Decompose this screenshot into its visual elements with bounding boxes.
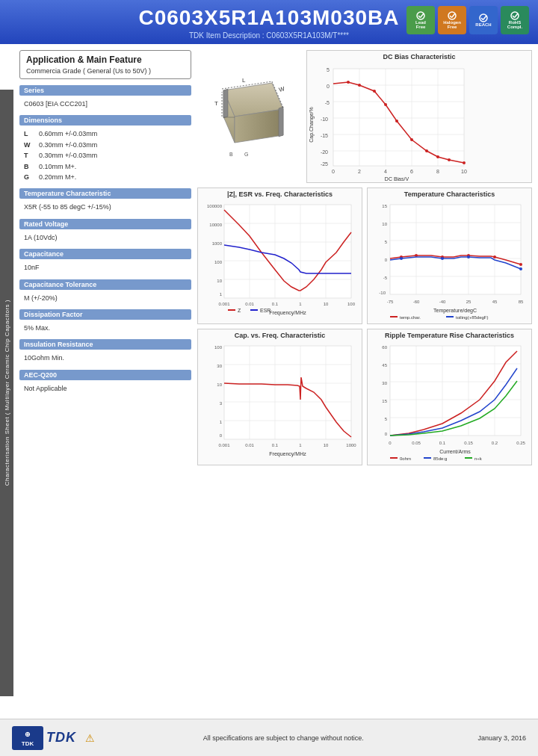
temp-char-header: Temperature Characteristic — [19, 188, 191, 199]
impedance-title: |Z|, ESR vs. Freq. Characteristics — [198, 188, 362, 199]
svg-text:0: 0 — [389, 441, 392, 445]
svg-text:0: 0 — [385, 258, 388, 262]
svg-text:0: 0 — [385, 432, 388, 436]
svg-rect-167 — [390, 457, 398, 459]
svg-text:8: 8 — [436, 169, 439, 174]
svg-rect-87 — [390, 205, 521, 294]
svg-text:10: 10 — [217, 279, 222, 283]
svg-text:T: T — [214, 100, 218, 107]
svg-point-118 — [519, 267, 522, 270]
svg-text:100: 100 — [347, 302, 356, 306]
svg-point-60 — [463, 161, 466, 164]
svg-rect-119 — [390, 316, 398, 317]
dim-W-row: W 0.30mm +/-0.03mm — [24, 140, 187, 150]
svg-text:85: 85 — [519, 300, 524, 304]
svg-text:30: 30 — [217, 364, 222, 368]
dim-T-value: 0.30mm +/-0.03mm — [39, 150, 97, 161]
app-feature-title: Application & Main Feature — [26, 55, 185, 65]
svg-text:0.2: 0.2 — [492, 441, 498, 445]
svg-text:-20: -20 — [321, 149, 328, 155]
svg-text:0.01: 0.01 — [245, 443, 254, 447]
svg-text:10: 10 — [217, 382, 222, 387]
svg-text:Temperature/degC: Temperature/degC — [433, 308, 477, 314]
dissipation-header: Dissipation Factor — [19, 309, 191, 320]
warning-section: ⚠ All specifications are subject to chan… — [85, 732, 469, 744]
svg-text:-25: -25 — [321, 161, 328, 167]
warning-icon: ⚠ — [85, 732, 95, 744]
svg-text:25: 25 — [466, 300, 471, 304]
svg-text:1: 1 — [299, 302, 302, 306]
rated-voltage-value: 1A (10Vdc) — [19, 231, 191, 244]
svg-rect-85 — [250, 309, 258, 311]
dim-L-value: 0.60mm +/-0.03mm — [39, 128, 97, 139]
svg-point-56 — [410, 138, 413, 141]
dim-W-value: 0.30mm +/-0.03mm — [39, 140, 97, 150]
insulation-value: 10Gohm Min. — [19, 351, 191, 365]
aec-section: AEC-Q200 Not Applicable — [19, 370, 191, 395]
svg-point-115 — [400, 257, 403, 260]
svg-text:toiling(+85degF): toiling(+85degF) — [456, 315, 489, 320]
svg-point-113 — [493, 255, 496, 258]
main-content: Application & Main Feature Commercia Gra… — [13, 44, 538, 476]
svg-text:-40: -40 — [439, 300, 446, 304]
tdk-logo: ⊕ TDK TDK — [12, 726, 76, 750]
svg-text:10: 10 — [382, 222, 387, 226]
capacitance-value: 10nF — [19, 261, 191, 274]
svg-rect-171 — [465, 457, 472, 459]
app-feature-content: Commercia Grade ( General (Us to 50V) ) — [26, 67, 185, 75]
svg-text:n+k: n+k — [474, 456, 483, 461]
svg-text:15: 15 — [382, 399, 387, 403]
svg-text:6: 6 — [410, 169, 413, 174]
svg-text:10: 10 — [324, 302, 329, 306]
svg-text:60: 60 — [382, 345, 387, 350]
svg-point-55 — [395, 120, 398, 123]
svg-text:0: 0 — [332, 169, 335, 174]
dissipation-section: Dissipation Factor 5% Max. — [19, 309, 191, 335]
svg-text:3: 3 — [220, 401, 223, 406]
dissipation-value: 5% Max. — [19, 321, 191, 335]
svg-line-5 — [452, 13, 456, 18]
ripple-temp-chart: Ripple Temperature Rise Characteristics … — [367, 329, 532, 465]
dimensions-section: Dimensions L 0.60mm +/-0.03mm W 0.30mm +… — [19, 115, 191, 184]
footer: ⊕ TDK TDK ⚠ All specifications are subje… — [0, 719, 538, 756]
svg-text:-5: -5 — [383, 276, 388, 280]
svg-text:Cap.Change/%: Cap.Change/% — [309, 107, 315, 142]
svg-point-6 — [480, 14, 487, 22]
dc-bias-title: DC Bias Characteristic — [307, 51, 531, 61]
dim-G-value: 0.20mm M+. — [39, 172, 76, 182]
capacitor-svg: W L T B G — [201, 75, 298, 165]
svg-text:100000: 100000 — [207, 204, 223, 208]
svg-text:0.1: 0.1 — [439, 441, 446, 445]
svg-text:0.001: 0.001 — [218, 443, 230, 447]
side-label-text: Characterisation Sheet ( Multilayer Cera… — [4, 300, 10, 486]
warning-message: All specifications are subject to change… — [98, 734, 469, 742]
dim-W-label: W — [24, 140, 34, 150]
svg-text:10000: 10000 — [209, 223, 222, 227]
dim-L-row: L 0.60mm +/-0.03mm — [24, 128, 187, 139]
svg-text:L: L — [242, 77, 246, 84]
footer-date: January 3, 2016 — [477, 734, 526, 742]
ripple-temp-title: Ripple Temperature Rise Characteristics — [368, 329, 531, 340]
svg-rect-83 — [228, 309, 235, 311]
svg-text:G: G — [244, 152, 248, 157]
svg-point-53 — [373, 90, 376, 93]
dim-G-label: G — [24, 172, 34, 182]
dimensions-header: Dimensions — [19, 115, 191, 126]
dim-T-row: T 0.30mm +/-0.03mm — [24, 150, 187, 161]
ripple-temp-svg: 60 45 30 15 5 0 0 0.05 0.1 0.15 0.2 0.25… — [368, 340, 528, 463]
svg-rect-169 — [424, 457, 431, 459]
dc-bias-svg: 5 0 -5 -10 -15 -20 -25 0 2 4 6 8 10 DC B… — [307, 61, 471, 181]
svg-text:5: 5 — [327, 67, 330, 72]
svg-point-117 — [467, 255, 470, 258]
svg-text:10: 10 — [461, 169, 467, 174]
tdk-logo-svg: ⊕ TDK — [12, 726, 43, 750]
svg-point-9 — [511, 12, 519, 19]
svg-text:45: 45 — [382, 363, 387, 368]
svg-line-11 — [515, 13, 519, 18]
reach-badge: REACH — [469, 6, 498, 34]
svg-text:-75: -75 — [387, 300, 394, 304]
series-section: Series C0603 [EIA CCC201] — [19, 85, 191, 111]
svg-marker-15 — [223, 89, 228, 118]
temp-char-value: X5R (-55 to 85 degC +/-15%) — [19, 200, 191, 214]
temp-char-section: Temperature Characteristic X5R (-55 to 8… — [19, 188, 191, 214]
